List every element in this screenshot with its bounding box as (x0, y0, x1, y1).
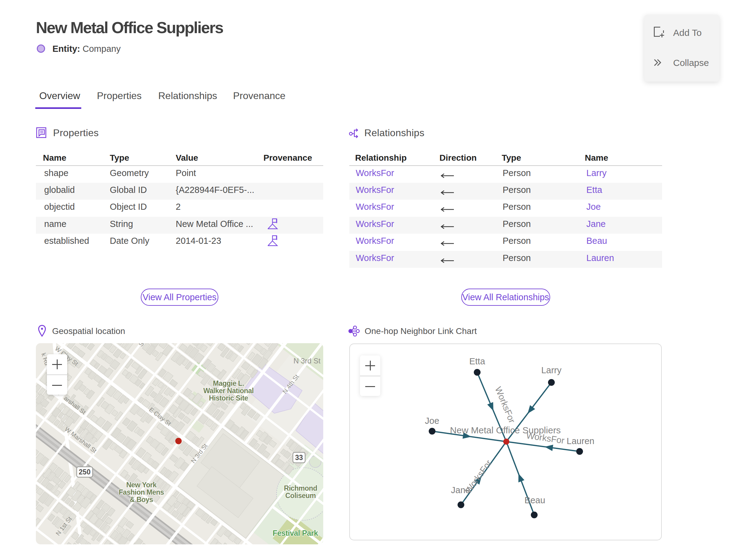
svg-text:New York: New York (126, 481, 157, 489)
svg-text:Coliseum: Coliseum (285, 492, 316, 500)
svg-text:Historic Site: Historic Site (209, 394, 248, 402)
svg-text:& Boys: & Boys (130, 496, 153, 504)
svg-text:Jane: Jane (451, 485, 470, 495)
svg-text:Etta: Etta (469, 356, 485, 366)
svg-text:33: 33 (295, 454, 303, 462)
svg-text:Joe: Joe (425, 416, 439, 426)
svg-text:N 3rd St: N 3rd St (293, 357, 320, 365)
svg-text:Walker National: Walker National (203, 387, 254, 395)
svg-text:Festival Park: Festival Park (273, 529, 318, 537)
svg-text:Larry: Larry (541, 365, 562, 375)
svg-text:Maggie L.: Maggie L. (213, 379, 244, 387)
svg-text:Beau: Beau (524, 495, 545, 505)
svg-text:New Metal Office Suppliers: New Metal Office Suppliers (450, 425, 561, 435)
svg-text:Lauren: Lauren (567, 436, 594, 446)
svg-text:Richmond: Richmond (284, 484, 317, 492)
svg-text:Fashion Mens: Fashion Mens (119, 488, 164, 496)
svg-text:250: 250 (79, 468, 90, 476)
